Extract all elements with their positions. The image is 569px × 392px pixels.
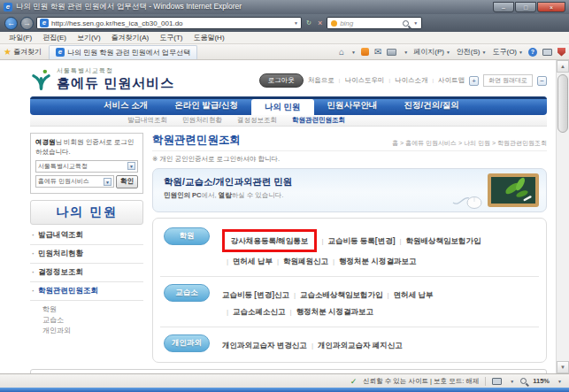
service-link[interactable]: 교습비등 등록[변경] [327, 236, 395, 245]
search-dropdown-icon[interactable]: ▼ [413, 20, 418, 26]
sidebar-menu-label: 민원처리현황 [38, 249, 83, 259]
tab-favicon-icon: e [56, 48, 65, 57]
sidebar-submenu-item[interactable]: 교습소 [42, 315, 143, 326]
sidebar-title[interactable]: 나의 민원 [30, 200, 143, 225]
scroll-down-button[interactable]: ▼ [557, 361, 569, 373]
sidebar-menu-item[interactable]: ·발급내역조회 [30, 227, 143, 245]
zoom-out-button[interactable]: − [537, 76, 547, 86]
compatibility-icon[interactable] [542, 49, 552, 56]
service-link[interactable]: 행정처분 시정결과보고 [339, 257, 416, 265]
command-button[interactable]: 도구(O)▼ [492, 47, 523, 57]
security-shield-icon[interactable] [557, 48, 565, 57]
office-select[interactable]: 서울특별시교육청 ▼ [35, 160, 138, 173]
refresh-button[interactable]: ↻ [304, 19, 313, 27]
close-button[interactable]: × [537, 2, 565, 12]
service-link[interactable]: 면허세 납부 [233, 257, 273, 265]
service-link[interactable]: 개인과외교습자 변경신고 [222, 341, 307, 350]
favorites-button[interactable]: 즐겨찾기 [13, 47, 42, 57]
nav-tab[interactable]: 민원사무안내 [314, 96, 391, 115]
sub-nav-item[interactable]: 학원관련민원조회 [292, 116, 345, 125]
service-link[interactable]: 교습소폐소신고 [233, 307, 286, 316]
category-button[interactable]: 교습소 [164, 284, 210, 302]
office-select-arrow-icon[interactable]: ▼ [127, 162, 135, 170]
scroll-up-button[interactable]: ▲ [557, 60, 569, 73]
confirm-button[interactable]: 확인 [116, 175, 138, 188]
search-input[interactable]: bing ▼ [327, 17, 422, 29]
favorites-star-icon: ★ [4, 47, 12, 57]
home-button[interactable]: ⌂ [339, 47, 344, 57]
nav-tab[interactable]: 온라인 발급/신청 [161, 96, 251, 115]
nav-tab[interactable]: 서비스 소개 [90, 96, 161, 115]
scrollbar-thumb[interactable] [557, 74, 568, 133]
sidebar-menu-item[interactable]: ·민원처리현황 [30, 245, 143, 264]
menu-item[interactable]: 도움말(H) [188, 33, 229, 42]
window-border-bottom [0, 388, 569, 392]
command-button[interactable]: 안전(S)▼ [457, 47, 487, 57]
sidebar-menu-item[interactable]: ·학원관련민원조회 [30, 282, 143, 301]
home-dropdown-icon[interactable]: ▼ [351, 50, 356, 55]
service-link[interactable]: 면허세 납부 [394, 290, 434, 299]
menu-item[interactable]: 도구(T) [154, 33, 188, 42]
help-icon[interactable]: ? [528, 48, 537, 57]
category-button[interactable]: 개인과외 [164, 334, 210, 352]
sub-nav-item[interactable]: 결정정보조회 [237, 116, 277, 125]
service-link[interactable]: 교습소배상책임보험가입 [300, 290, 383, 299]
menu-item[interactable]: 편집(E) [37, 33, 72, 42]
menu-item[interactable]: 즐겨찾기(A) [106, 33, 155, 42]
print-button[interactable] [387, 49, 396, 56]
service-select[interactable]: 홈에듀 민원서비스 ▼ [35, 175, 114, 188]
sidebar-menu-item[interactable]: ·결정정보조회 [30, 264, 143, 282]
search-icon[interactable] [403, 20, 409, 27]
menu-item[interactable]: 보기(V) [72, 33, 106, 42]
page-tab[interactable]: e 나의 민원 학원 관련 민원에서 업무선택 [49, 45, 197, 59]
top-link[interactable]: 사이트맵 [438, 76, 465, 85]
service-row: 학원강사채용등록/해임통보|교습비등 등록[변경]|학원배상책임보험가입|면허세… [158, 220, 541, 276]
sidebar-submenu-item[interactable]: 학원 [42, 304, 143, 315]
service-link[interactable]: 강사채용등록/해임통보 [222, 229, 317, 252]
header-utility: 로그아웃 처음으로|나이스도우미|나이스소개|사이트맵 + 화면 원래대로 − [259, 73, 547, 88]
trusted-site-text: 신뢰할 수 있는 사이트 | 보호 모드: 해제 [363, 377, 479, 386]
sub-nav: 발급내역조회민원처리현황결정정보조회학원관련민원조회 [30, 115, 547, 127]
scrollbar-track[interactable] [557, 135, 569, 361]
nav-tab-list: 서비스 소개온라인 발급/신청나의 민원민원사무안내진정/건의/질의 [30, 96, 547, 115]
separator: | [432, 78, 434, 83]
menu-item[interactable]: 파일(F) [4, 33, 37, 42]
service-link[interactable]: 학원폐원신고 [283, 257, 328, 265]
logout-button[interactable]: 로그아웃 [259, 73, 304, 88]
address-input[interactable]: e http://hes.sen.go.kr/hes_ica_cb30_001.… [36, 17, 302, 29]
mail-button[interactable]: ✉ [374, 47, 381, 57]
vertical-scrollbar[interactable]: ▲ ▼ [556, 60, 569, 373]
maximize-button[interactable]: □ [515, 2, 536, 12]
top-link[interactable]: 처음으로 [308, 76, 334, 85]
service-link[interactable]: 학원배상책임보험가입 [406, 236, 481, 245]
zoom-in-button[interactable]: + [469, 76, 479, 86]
separator: | [339, 78, 341, 83]
nav-tab[interactable]: 나의 민원 [251, 99, 314, 115]
status-dropdown-icon[interactable]: ▼ [510, 379, 514, 384]
top-link[interactable]: 나이스소개 [395, 76, 428, 85]
stop-button[interactable]: × [316, 19, 324, 27]
top-link[interactable]: 나이스도우미 [344, 76, 384, 85]
command-button[interactable]: 페이지(P)▼ [413, 47, 450, 57]
sidebar-submenu-item[interactable]: 개인과외 [42, 326, 143, 336]
bullet-icon: · [32, 231, 35, 240]
sub-nav-item[interactable]: 발급내역조회 [127, 116, 167, 125]
page-favicon-icon: e [40, 19, 49, 27]
service-link[interactable]: 행정처분 시정결과보고 [296, 307, 373, 316]
service-link[interactable]: 교습비등 [변경]신고 [222, 290, 289, 299]
minimize-button[interactable]: – [493, 2, 514, 12]
service-select-arrow-icon[interactable]: ▼ [104, 178, 111, 186]
print-dropdown-icon[interactable]: ▼ [404, 50, 408, 55]
forward-button[interactable]: → [20, 17, 34, 30]
zoom-dropdown-icon[interactable]: ▼ [557, 379, 562, 384]
address-dropdown-icon[interactable]: ▼ [294, 20, 298, 26]
feeds-icon[interactable] [361, 48, 369, 56]
sub-nav-item[interactable]: 민원처리현황 [182, 116, 222, 125]
service-link[interactable]: 개인과외교습자 폐지신고 [318, 341, 403, 350]
back-button[interactable]: ← [4, 17, 18, 30]
separator: | [277, 257, 279, 265]
category-button[interactable]: 학원 [164, 227, 210, 245]
protected-mode-icon[interactable] [492, 378, 502, 385]
nav-tab[interactable]: 진정/건의/질의 [391, 96, 473, 115]
zoom-magnifier-icon[interactable] [520, 378, 527, 384]
